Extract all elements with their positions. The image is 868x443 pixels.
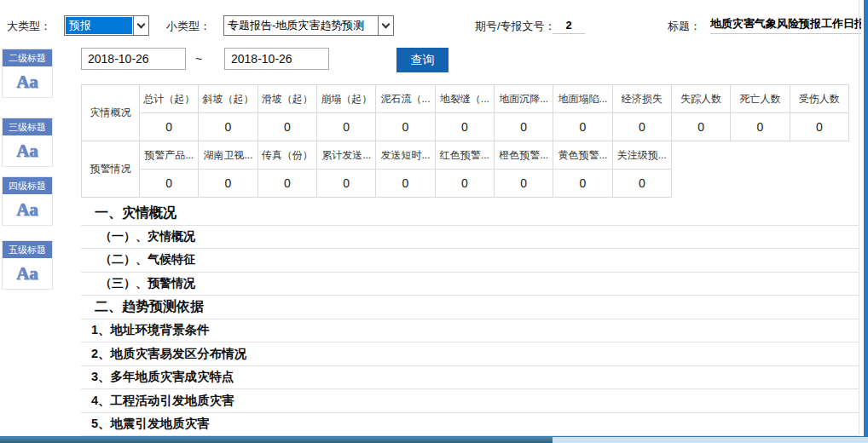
- outline-item[interactable]: （二）、气候特征: [81, 249, 859, 273]
- font-style-icon: Aa: [3, 66, 52, 97]
- small-type-select[interactable]: 专题报告-地质灾害趋势预测: [223, 15, 394, 36]
- small-type-selected-value: 专题报告-地质灾害趋势预测: [224, 16, 378, 35]
- table-cell: 0: [199, 170, 258, 198]
- heading4-label: 四级标题: [3, 177, 52, 194]
- column-header: 失踪人数: [672, 85, 731, 113]
- outline-item[interactable]: 二、趋势预测依据: [81, 296, 859, 319]
- disaster-overview-table: 灾情概况 总计（起） 斜坡（起） 滑坡（起） 崩塌（起） 泥石流（... 地裂缝…: [81, 84, 849, 141]
- table-cell: 0: [140, 113, 199, 141]
- document-outline: 一、灾情概况 （一）、灾情概况 （二）、气候特征 （三）、预警情况 二、趋势预测…: [81, 202, 859, 436]
- small-type-label: 小类型：: [166, 19, 211, 34]
- table-cell: 0: [790, 113, 849, 141]
- table-cell: 0: [731, 113, 790, 141]
- big-type-label: 大类型：: [7, 19, 51, 34]
- table-cell: 0: [376, 170, 435, 198]
- date-range-separator: ~: [195, 52, 202, 66]
- column-header: 预警产品...: [140, 141, 199, 170]
- outline-item[interactable]: （一）、灾情概况: [81, 226, 859, 250]
- issue-number-label: 期号/专报文号：: [475, 19, 556, 34]
- column-header: 地面塌陷...: [553, 85, 612, 113]
- date-from-input[interactable]: 2018-10-26: [81, 48, 186, 70]
- issue-number-input[interactable]: 2: [553, 15, 585, 34]
- column-header: 湖南卫视...: [199, 141, 258, 170]
- query-button[interactable]: 查询: [396, 48, 448, 72]
- outline-item[interactable]: 4、工程活动引发地质灾害: [81, 389, 859, 413]
- sidebar-item-heading5[interactable]: 五级标题 Aa: [2, 240, 53, 290]
- date-to-input[interactable]: 2018-10-26: [224, 48, 329, 70]
- chevron-down-icon[interactable]: [133, 16, 148, 35]
- heading3-label: 三级标题: [3, 118, 52, 135]
- outline-item[interactable]: 3、多年地质灾害成灾特点: [81, 366, 859, 390]
- table-cell: 0: [672, 113, 731, 141]
- heading5-label: 五级标题: [3, 241, 52, 258]
- column-header: 地面沉降...: [495, 85, 553, 113]
- font-style-icon: Aa: [3, 258, 52, 289]
- outline-item[interactable]: 一、灾情概况: [81, 202, 859, 226]
- outline-item[interactable]: （三）、预警情况: [81, 273, 859, 296]
- column-header: 受伤人数: [790, 85, 849, 113]
- table-cell: 0: [376, 113, 435, 141]
- column-header: 红色预警...: [436, 141, 495, 170]
- column-header: 斜坡（起）: [199, 85, 258, 113]
- row-group-label: 灾情概况: [82, 85, 140, 141]
- horizontal-scrollbar-thumb[interactable]: [0, 437, 553, 443]
- table-cell: 0: [317, 170, 376, 198]
- title-input[interactable]: 地质灾害气象风险预报工作日报: [710, 12, 861, 34]
- table-cell: 0: [436, 113, 495, 141]
- table-cell: 0: [613, 113, 672, 141]
- column-header: 死亡人数: [731, 85, 790, 113]
- outline-item[interactable]: 2、地质灾害易发区分布情况: [81, 342, 859, 366]
- column-header: 橙色预警...: [495, 141, 553, 170]
- column-header: 累计发送...: [317, 141, 376, 170]
- sidebar-item-heading4[interactable]: 四级标题 Aa: [2, 176, 53, 226]
- warning-overview-table: 预警情况 预警产品... 湖南卫视... 传真（份） 累计发送... 发送短时.…: [81, 141, 672, 198]
- column-header: 滑坡（起）: [258, 85, 317, 113]
- column-header: 传真（份）: [258, 141, 317, 170]
- font-style-icon: Aa: [3, 135, 52, 166]
- heading2-label: 二级标题: [3, 49, 52, 66]
- font-style-icon: Aa: [3, 194, 52, 225]
- table-cell: 0: [553, 170, 612, 198]
- big-type-select[interactable]: 预报: [64, 15, 149, 36]
- sidebar-item-heading3[interactable]: 三级标题 Aa: [2, 118, 53, 167]
- big-type-selected-value: 预报: [66, 17, 132, 34]
- table-cell: 0: [613, 170, 672, 198]
- horizontal-scrollbar[interactable]: [0, 436, 868, 443]
- table-cell: 0: [553, 113, 612, 141]
- table-cell: 0: [258, 113, 317, 141]
- content-edge-divider: [859, 0, 859, 436]
- column-header: 总计（起）: [140, 85, 199, 113]
- column-header: 经济损失: [613, 85, 672, 113]
- outline-item[interactable]: 1、地址环境背景条件: [81, 319, 859, 343]
- column-header: 地裂缝（...: [436, 85, 495, 113]
- column-header: 发送短时...: [376, 141, 435, 170]
- sidebar-item-heading2[interactable]: 二级标题 Aa: [2, 49, 53, 98]
- vertical-scrollbar[interactable]: [864, 0, 868, 443]
- column-header: 黄色预警...: [553, 141, 612, 170]
- table-cell: 0: [317, 113, 376, 141]
- column-header: 崩塌（起）: [317, 85, 376, 113]
- outline-item[interactable]: 5、地震引发地质灾害: [81, 413, 859, 437]
- table-cell: 0: [495, 113, 553, 141]
- column-header: 关注级预...: [613, 141, 672, 170]
- table-cell: 0: [495, 170, 553, 198]
- title-label: 标题：: [668, 19, 701, 34]
- table-cell: 0: [140, 170, 199, 198]
- table-cell: 0: [199, 113, 258, 141]
- chevron-down-icon[interactable]: [378, 16, 393, 35]
- column-header: 泥石流（...: [376, 85, 435, 113]
- table-cell: 0: [258, 170, 317, 198]
- row-group-label: 预警情况: [82, 141, 140, 198]
- table-cell: 0: [436, 170, 495, 198]
- report-editor-page: 大类型： 预报 小类型： 专题报告-地质灾害趋势预测 期号/专报文号： 2 标题…: [0, 0, 868, 443]
